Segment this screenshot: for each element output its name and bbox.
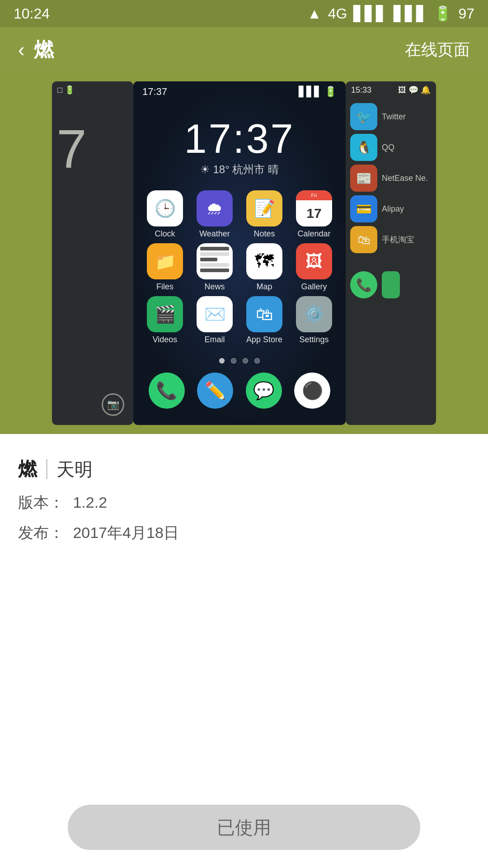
status-time: 10:24 bbox=[14, 5, 50, 22]
version-label: 版本： bbox=[18, 494, 64, 511]
taobao-icon: 🛍 bbox=[350, 226, 377, 253]
header-left: ‹ 燃 bbox=[18, 37, 54, 63]
weather-label: Weather bbox=[199, 229, 230, 239]
map-icon: 🗺 bbox=[246, 243, 282, 279]
alipay-icon: 💳 bbox=[350, 195, 377, 222]
app-email[interactable]: ✉️ Email bbox=[192, 296, 237, 344]
signal-4g-icon: 4G bbox=[328, 5, 347, 22]
preview-right-panel: 15:33 🖼 💬 🔔 🐦 Twitter 🐧 QQ 📰 NetEase Ne.… bbox=[346, 81, 436, 425]
app-appstore[interactable]: 🛍 App Store bbox=[242, 296, 287, 344]
app-videos[interactable]: 🎬 Videos bbox=[142, 296, 188, 344]
version-value: 1.2.2 bbox=[73, 494, 107, 511]
right-time: 15:33 bbox=[351, 85, 371, 95]
preview-area: □ 🔋 7 📷 17:37 ▋▋▋ 🔋 17:37 ☀ 18° 杭州市 晴 🕒 … bbox=[0, 72, 488, 434]
phone-status-bar: 17:37 ▋▋▋ 🔋 bbox=[133, 81, 346, 102]
dock-message-icon[interactable]: 💬 bbox=[246, 373, 282, 409]
phone-big-time: 17:37 bbox=[133, 116, 346, 162]
map-label: Map bbox=[256, 282, 272, 292]
left-status-bar: □ 🔋 bbox=[52, 81, 133, 99]
status-bar: 10:24 ▲ 4G ▋▋▋ ▋▋▋ 🔋 97 bbox=[0, 0, 488, 27]
app-map[interactable]: 🗺 Map bbox=[242, 243, 287, 292]
settings-icon: ⚙️ bbox=[296, 296, 332, 332]
clock-icon: 🕒 bbox=[147, 190, 183, 226]
weather-icon: 🌧 bbox=[197, 190, 233, 226]
dot-b bbox=[243, 358, 248, 363]
twitter-icon: 🐦 bbox=[350, 103, 377, 130]
files-icon: 📁 bbox=[147, 243, 183, 279]
wifi-icon: ▲ bbox=[307, 5, 322, 22]
preview-center-panel[interactable]: 17:37 ▋▋▋ 🔋 17:37 ☀ 18° 杭州市 晴 🕒 Clock 🌧 … bbox=[133, 81, 346, 425]
preview-left-panel: □ 🔋 7 📷 bbox=[52, 81, 133, 425]
signal-bars2-icon: ▋▋▋ bbox=[394, 5, 427, 22]
battery-level: 97 bbox=[458, 5, 474, 22]
dot-home bbox=[219, 358, 225, 363]
app-calendar[interactable]: Fri 17 Calendar bbox=[291, 190, 337, 239]
right-icons: 🖼 💬 🔔 bbox=[398, 85, 431, 95]
alipay-label: Alipay bbox=[382, 204, 432, 214]
settings-label: Settings bbox=[299, 335, 328, 344]
app-weather[interactable]: 🌧 Weather bbox=[192, 190, 237, 239]
qq-icon: 🐧 bbox=[350, 134, 377, 161]
calendar-label: Calendar bbox=[297, 229, 330, 239]
dock-phone-icon[interactable]: 📞 bbox=[149, 373, 185, 409]
gallery-label: Gallery bbox=[301, 282, 327, 292]
right-status-bar: 15:33 🖼 💬 🔔 bbox=[346, 81, 436, 99]
app-files[interactable]: 📁 Files bbox=[142, 243, 188, 292]
app-clock[interactable]: 🕒 Clock bbox=[142, 190, 188, 239]
dock-camera-icon[interactable]: ⚫ bbox=[294, 373, 330, 409]
dock: 📞 ✏️ 💬 ⚫ bbox=[133, 368, 346, 413]
phone-time-label: 17:37 bbox=[142, 86, 167, 98]
right-app-netease: 📰 NetEase Ne. bbox=[350, 165, 432, 192]
dot-c bbox=[254, 358, 260, 363]
notes-icon: 📝 bbox=[246, 190, 282, 226]
notes-label: Notes bbox=[253, 229, 275, 239]
qq-label: QQ bbox=[382, 143, 432, 152]
release-date: 2017年4月18日 bbox=[73, 524, 178, 541]
calendar-icon: Fri 17 bbox=[296, 190, 332, 226]
app-notes[interactable]: 📝 Notes bbox=[242, 190, 287, 239]
header-right-label[interactable]: 在线页面 bbox=[405, 39, 470, 61]
header-title: 燃 bbox=[34, 37, 54, 63]
release-row: 发布： 2017年4月18日 bbox=[18, 521, 470, 544]
taobao-label: 手机淘宝 bbox=[382, 234, 432, 245]
news-label: News bbox=[204, 282, 225, 292]
app-settings[interactable]: ⚙️ Settings bbox=[291, 296, 337, 344]
netease-icon: 📰 bbox=[350, 165, 377, 192]
name-divider bbox=[46, 459, 47, 479]
app-gallery[interactable]: 🖼 Gallery bbox=[291, 243, 337, 292]
right-app-twitter: 🐦 Twitter bbox=[350, 103, 432, 130]
left-mini-icons: □ 🔋 bbox=[57, 85, 75, 95]
signal-bars-icon: ▋▋▋ bbox=[353, 5, 387, 22]
theme-name-sub: 天明 bbox=[56, 457, 93, 482]
header: ‹ 燃 在线页面 bbox=[0, 27, 488, 72]
page-dots bbox=[133, 354, 346, 368]
right-app-list: 🐦 Twitter 🐧 QQ 📰 NetEase Ne. 💳 Alipay 🛍 … bbox=[346, 99, 436, 258]
right-app-taobao: 🛍 手机淘宝 bbox=[350, 226, 432, 253]
info-section: 燃 天明 版本： 1.2.2 发布： 2017年4月18日 bbox=[0, 434, 488, 565]
app-grid: 🕒 Clock 🌧 Weather 📝 Notes Fri 17 Cale bbox=[133, 181, 346, 354]
right-dock-phone: 📞 bbox=[350, 271, 377, 298]
appstore-label: App Store bbox=[246, 335, 282, 344]
release-label: 发布： bbox=[18, 524, 64, 541]
twitter-label: Twitter bbox=[382, 112, 432, 122]
videos-label: Videos bbox=[153, 335, 178, 344]
theme-name-bold: 燃 bbox=[18, 457, 37, 482]
dock-browser-icon[interactable]: ✏️ bbox=[197, 373, 233, 409]
netease-label: NetEase Ne. bbox=[382, 174, 432, 183]
email-label: Email bbox=[204, 335, 225, 344]
apply-button[interactable]: 已使用 bbox=[68, 805, 420, 850]
files-label: Files bbox=[156, 282, 174, 292]
right-app-qq: 🐧 QQ bbox=[350, 134, 432, 161]
back-button[interactable]: ‹ bbox=[18, 38, 25, 61]
phone-time-display: 17:37 ☀ 18° 杭州市 晴 bbox=[133, 102, 346, 181]
theme-name-row: 燃 天明 bbox=[18, 457, 470, 482]
clock-label: Clock bbox=[155, 229, 175, 239]
phone-signal-icons: ▋▋▋ 🔋 bbox=[299, 86, 337, 98]
gallery-icon: 🖼 bbox=[296, 243, 332, 279]
appstore-icon: 🛍 bbox=[246, 296, 282, 332]
bottom-bar: 已使用 bbox=[0, 796, 488, 868]
app-news[interactable]: News bbox=[192, 243, 237, 292]
version-row: 版本： 1.2.2 bbox=[18, 491, 470, 514]
dot-a bbox=[231, 358, 236, 363]
battery-icon: 🔋 bbox=[434, 5, 452, 22]
